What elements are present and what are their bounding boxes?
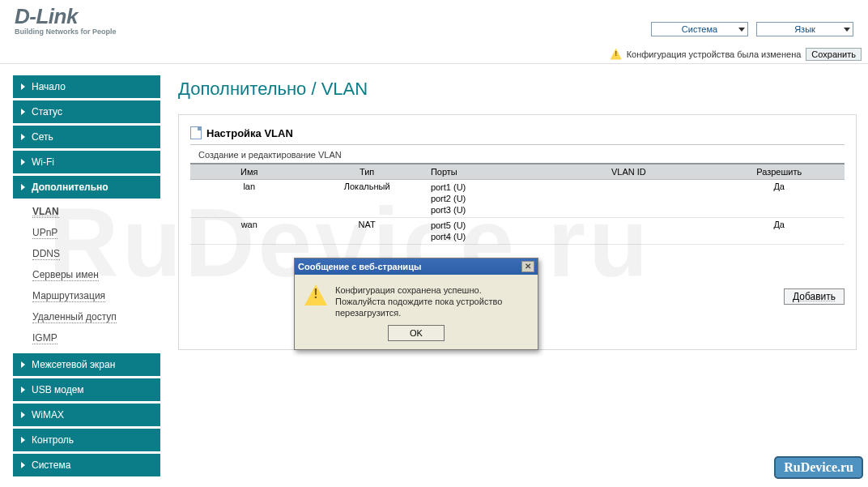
dialog-line2: Пожалуйста подождите пока устройство пер…	[335, 296, 528, 318]
sidebar-sub-nameservers[interactable]: Серверы имен	[13, 264, 160, 285]
sidebar-item-label: Контроль	[32, 434, 74, 446]
triangle-icon	[21, 412, 25, 418]
status-text: Конфигурация устройства была изменена	[627, 49, 802, 59]
sidebar-item-wifi[interactable]: Wi-Fi	[13, 151, 160, 173]
sidebar-item-label: Межсетевой экран	[32, 359, 115, 370]
sidebar-sub-upnp[interactable]: UPnP	[13, 222, 160, 243]
logo-tagline: Building Networks for People	[15, 28, 117, 36]
triangle-icon	[21, 134, 25, 140]
ok-button[interactable]: OK	[388, 325, 445, 341]
triangle-icon	[21, 83, 25, 90]
dialog-line1: Конфигурация сохранена успешно.	[335, 284, 528, 296]
port-entry: port4 (U)	[431, 231, 538, 242]
dialog-icon-wrap	[304, 284, 327, 318]
cell-name: lan	[190, 180, 308, 218]
document-icon	[190, 126, 202, 139]
sidebar-sub-routing[interactable]: Маршрутизация	[13, 285, 160, 306]
sidebar-sub-label: IGMP	[32, 332, 57, 344]
sidebar-item-control[interactable]: Контроль	[13, 429, 160, 451]
th-type: Тип	[308, 164, 425, 180]
cell-vlanid	[543, 180, 713, 218]
triangle-icon	[21, 109, 25, 115]
sidebar-sub-ddns[interactable]: DDNS	[13, 243, 160, 264]
port-entry: port1 (U)	[431, 182, 538, 193]
logo: D-Link Building Networks for People	[15, 4, 117, 36]
sidebar-item-label: Сеть	[32, 131, 53, 143]
sidebar-sub-label: DDNS	[32, 248, 60, 260]
th-name: Имя	[190, 164, 308, 180]
sidebar-item-label: WiMAX	[32, 409, 64, 421]
triangle-icon	[21, 361, 25, 368]
logo-text: D-Link	[15, 4, 117, 29]
sidebar-item-label: Статус	[32, 106, 62, 117]
port-entry: port2 (U)	[431, 193, 538, 204]
sidebar-sub-list: VLAN UPnP DDNS Серверы имен Маршрутизаци…	[13, 201, 160, 348]
sidebar-item-advanced[interactable]: Дополнительно	[13, 176, 160, 199]
add-button[interactable]: Добавить	[784, 288, 845, 305]
triangle-icon	[21, 387, 25, 393]
save-button[interactable]: Сохранить	[806, 48, 862, 61]
chevron-down-icon	[738, 28, 745, 32]
sidebar-item-label: Дополнительно	[32, 182, 108, 193]
page-title: Дополнительно / VLAN	[178, 79, 857, 100]
cell-allow: Да	[713, 180, 845, 218]
dialog-body: Конфигурация сохранена успешно. Пожалуйс…	[295, 275, 538, 325]
table-header-row: Имя Тип Порты VLAN ID Разрешить	[190, 164, 845, 180]
panel-title: Настройка VLAN	[206, 127, 293, 139]
language-dropdown[interactable]: Язык	[756, 22, 853, 36]
sidebar-sub-vlan[interactable]: VLAN	[13, 201, 160, 222]
dialog-titlebar: Сообщение с веб-страницы ✕	[295, 258, 538, 275]
chevron-down-icon	[844, 28, 850, 32]
close-icon[interactable]: ✕	[521, 261, 534, 272]
cell-ports: port1 (U) port2 (U) port3 (U)	[426, 180, 543, 218]
sidebar-item-network[interactable]: Сеть	[13, 126, 160, 148]
cell-type: Локальный	[308, 180, 425, 218]
alert-dialog: Сообщение с веб-страницы ✕ Конфигурация …	[294, 258, 538, 350]
sidebar-sub-label: UPnP	[32, 227, 57, 239]
sidebar-item-start[interactable]: Начало	[13, 75, 160, 98]
triangle-icon	[21, 437, 25, 443]
sidebar-item-system[interactable]: Система	[13, 454, 160, 476]
panel-header: Настройка VLAN	[190, 126, 845, 145]
sidebar-item-firewall[interactable]: Межсетевой экран	[13, 353, 160, 376]
th-allow: Разрешить	[713, 164, 845, 180]
th-vlanid: VLAN ID	[543, 164, 713, 180]
sidebar: Начало Статус Сеть Wi-Fi Дополнительно V…	[0, 64, 160, 479]
status-bar: Конфигурация устройства была изменена Со…	[0, 45, 868, 64]
triangle-icon	[21, 184, 25, 190]
table-row[interactable]: lan Локальный port1 (U) port2 (U) port3 …	[190, 180, 845, 218]
warning-icon	[304, 284, 327, 305]
panel-subtitle: Создание и редактирование VLAN	[198, 150, 845, 160]
port-entry: port3 (U)	[431, 204, 538, 216]
system-dropdown-label: Система	[682, 24, 717, 34]
header-dropdowns: Система Язык	[651, 22, 853, 36]
sidebar-item-wimax[interactable]: WiMAX	[13, 404, 160, 426]
sidebar-sub-igmp[interactable]: IGMP	[13, 327, 160, 348]
th-ports: Порты	[426, 164, 543, 180]
cell-name: wan	[190, 218, 308, 245]
sidebar-item-label: Система	[32, 459, 70, 471]
dialog-message: Конфигурация сохранена успешно. Пожалуйс…	[335, 284, 528, 318]
vlan-table: Имя Тип Порты VLAN ID Разрешить lan Лока…	[190, 163, 845, 245]
sidebar-item-usb[interactable]: USB модем	[13, 378, 160, 401]
language-dropdown-label: Язык	[794, 24, 815, 34]
dialog-buttons: OK	[295, 325, 538, 349]
table-row[interactable]: wan NAT port5 (U) port4 (U) Да	[190, 218, 845, 245]
system-dropdown[interactable]: Система	[651, 22, 748, 36]
sidebar-item-label: Начало	[32, 81, 66, 92]
warning-icon	[611, 49, 622, 60]
port-entry: port5 (U)	[431, 220, 538, 231]
sidebar-item-status[interactable]: Статус	[13, 100, 160, 123]
sidebar-sub-label: VLAN	[32, 206, 59, 218]
triangle-icon	[21, 159, 25, 165]
dialog-title-text: Сообщение с веб-страницы	[298, 262, 421, 271]
sidebar-sub-label: Серверы имен	[32, 269, 99, 281]
sidebar-sub-label: Маршрутизация	[32, 290, 105, 302]
cell-allow: Да	[713, 218, 845, 245]
watermark-badge: RuDevice.ru	[774, 456, 863, 479]
sidebar-item-label: USB модем	[32, 384, 84, 395]
sidebar-sub-remote[interactable]: Удаленный доступ	[13, 306, 160, 327]
cell-type: NAT	[308, 218, 425, 245]
sidebar-sub-label: Удаленный доступ	[32, 311, 117, 323]
cell-vlanid	[543, 218, 713, 245]
